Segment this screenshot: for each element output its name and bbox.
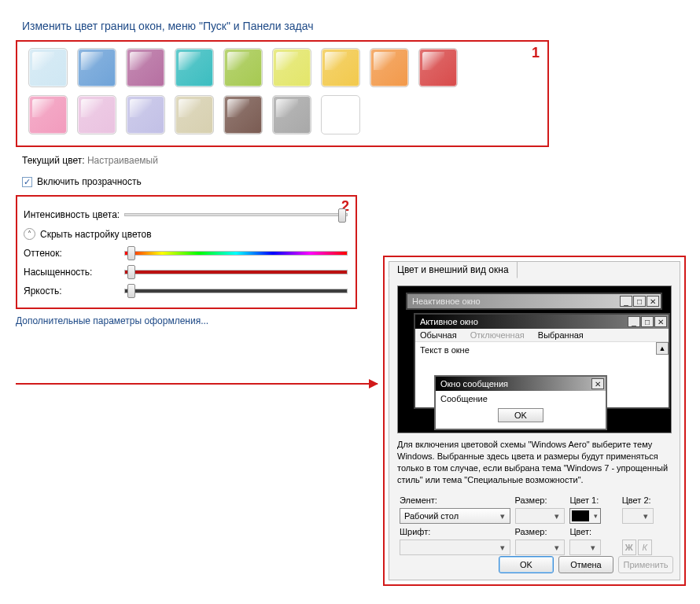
color-swatch[interactable]	[370, 48, 409, 87]
color-swatch[interactable]	[223, 48, 263, 87]
appearance-dialog: Цвет и внешний вид окна Неактивное окно …	[383, 256, 686, 586]
font-size-label: Размер:	[515, 527, 547, 536]
saturation-slider[interactable]	[124, 270, 348, 274]
message-box-title: Окно сообщения	[440, 379, 508, 389]
dialog-hint: Для включения цветовой схемы "Windows Ae…	[397, 439, 672, 485]
annotation-1: 1	[532, 45, 540, 61]
element-controls: Элемент: Размер: Цвет 1: Цвет 2: Рабочий…	[397, 494, 672, 557]
current-color-row: Текущий цвет: Настраиваемый	[22, 155, 700, 166]
preview-menubar: Обычная Отключенная Выбранная	[415, 329, 669, 342]
font-size-combo: ▾	[515, 540, 566, 555]
maximize-icon: □	[633, 296, 646, 307]
menu-normal: Обычная	[420, 330, 457, 340]
apply-button[interactable]: Применить	[618, 556, 673, 573]
menu-selected: Выбранная	[538, 330, 584, 340]
color2-button: ▾	[622, 508, 654, 524]
window-preview: Неактивное окно _ □ ✕ Активное окно _ □ …	[397, 285, 672, 433]
element-value: Рабочий стол	[404, 511, 459, 521]
message-ok-button: OK	[498, 408, 543, 422]
preview-message-box: Окно сообщения ✕ Сообщение OK	[434, 375, 607, 430]
close-icon: ✕	[647, 296, 659, 307]
color-controls-panel: 2 Интенсивность цвета: ˄ Скрыть настройк…	[16, 195, 357, 309]
color1-button[interactable]: ▾	[569, 508, 601, 524]
color-swatch[interactable]	[28, 95, 68, 134]
color-swatch[interactable]	[175, 48, 214, 87]
ok-button[interactable]: OK	[499, 556, 554, 573]
advanced-appearance-link[interactable]: Дополнительные параметры оформления...	[16, 315, 208, 326]
brightness-label: Яркость:	[24, 285, 124, 296]
element-combo[interactable]: Рабочий стол ▾	[400, 508, 510, 524]
close-icon: ✕	[591, 378, 604, 389]
chevron-up-icon[interactable]: ˄	[24, 228, 35, 240]
color-swatch[interactable]	[418, 48, 458, 87]
dialog-tab[interactable]: Цвет и внешний вид окна	[389, 261, 518, 278]
brightness-slider[interactable]	[124, 289, 348, 293]
color-swatch[interactable]	[272, 95, 311, 134]
inactive-window-title: Неактивное окно	[412, 296, 481, 306]
minimize-icon: _	[620, 296, 632, 307]
color-swatch[interactable]	[321, 48, 360, 87]
chevron-down-icon: ▾	[591, 509, 600, 523]
cancel-button[interactable]: Отмена	[558, 556, 613, 573]
chevron-down-icon: ▾	[497, 511, 508, 521]
font-combo: ▾	[400, 540, 510, 555]
color-swatch[interactable]	[77, 48, 116, 87]
font-color-label: Цвет:	[569, 527, 591, 536]
color-swatch[interactable]	[126, 95, 165, 134]
color-swatch[interactable]	[175, 95, 214, 134]
preview-body-text: Текст в окне	[420, 345, 470, 355]
color-swatch[interactable]	[272, 48, 311, 87]
active-window-title: Активное окно	[420, 317, 478, 326]
size-combo: ▾	[515, 508, 566, 524]
italic-button: К	[638, 540, 652, 555]
color-swatch[interactable]	[126, 48, 165, 87]
intensity-slider[interactable]	[124, 213, 348, 216]
size-label: Размер:	[515, 495, 547, 505]
color-swatch[interactable]	[77, 95, 116, 134]
message-box-text: Сообщение	[440, 394, 488, 403]
current-color-label: Текущий цвет:	[22, 155, 85, 166]
menu-disabled: Отключенная	[470, 330, 525, 340]
bold-button: Ж	[622, 540, 636, 555]
color1-label: Цвет 1:	[569, 495, 599, 505]
saturation-label: Насыщенность:	[24, 267, 124, 278]
close-icon: ✕	[654, 316, 667, 327]
color2-label: Цвет 2:	[622, 495, 651, 505]
minimize-icon: _	[628, 316, 640, 327]
font-label: Шрифт:	[400, 527, 430, 536]
current-color-value: Настраиваемый	[87, 155, 158, 166]
maximize-icon: □	[641, 316, 654, 327]
transparency-label: Включить прозрачность	[37, 176, 142, 187]
color-swatch[interactable]	[28, 48, 68, 87]
hue-slider[interactable]	[124, 251, 348, 256]
color-swatch-panel: 1	[16, 40, 549, 147]
preview-inactive-window: Неактивное окно _ □ ✕	[406, 293, 662, 310]
scroll-up-icon: ▲	[656, 342, 669, 355]
transparency-checkbox[interactable]	[22, 177, 32, 187]
annotation-arrow	[16, 383, 378, 385]
element-label: Элемент:	[400, 495, 437, 505]
collapse-label: Скрыть настройку цветов	[40, 229, 152, 240]
hue-label: Оттенок:	[24, 248, 124, 259]
preview-active-window: Активное окно _ □ ✕ Обычная Отключенная …	[414, 313, 670, 409]
intensity-label: Интенсивность цвета:	[24, 209, 124, 220]
font-color-button: ▾	[569, 540, 601, 555]
color-swatch[interactable]	[223, 95, 263, 134]
page-title: Изменить цвет границ окон, меню "Пуск" и…	[0, 0, 700, 39]
color-swatch[interactable]	[321, 95, 360, 134]
